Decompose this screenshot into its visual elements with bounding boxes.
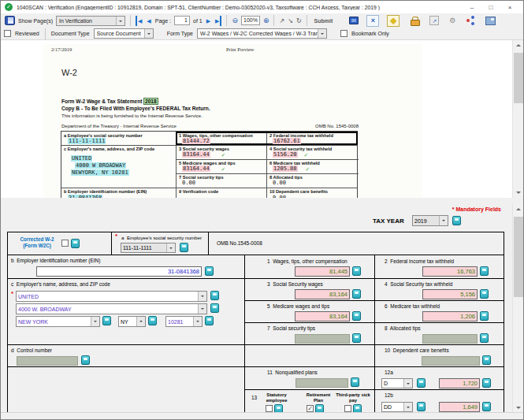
calculator-icon[interactable] (210, 303, 219, 313)
preview-scrollbar[interactable] (512, 40, 523, 198)
calculator-icon[interactable] (148, 316, 157, 325)
calculator-icon[interactable] (480, 333, 489, 343)
ssn-select[interactable]: 111-11-1111 (121, 243, 176, 253)
box4-label: 4 Social Security tax withheld (385, 281, 452, 287)
box5-input[interactable]: 83,164 (295, 311, 350, 322)
first-page-button[interactable]: ◀ (136, 16, 143, 26)
calculator-icon[interactable] (482, 378, 491, 388)
prev-page-button[interactable]: ◀ (146, 16, 151, 26)
calculator-icon[interactable] (482, 355, 491, 365)
box8-input[interactable] (422, 334, 478, 344)
diamond-tool-button[interactable]: ◆ (387, 15, 400, 27)
calculator-icon[interactable] (352, 333, 361, 343)
scroll-down-icon[interactable] (513, 187, 523, 198)
lock-icon[interactable] (410, 16, 419, 25)
box1-input[interactable]: 81,445 (295, 266, 350, 277)
calculator-icon[interactable] (480, 311, 489, 321)
export-icon[interactable]: ↗ (429, 16, 439, 25)
blank-cell (245, 345, 375, 367)
divider (226, 15, 227, 26)
scroll-down-icon[interactable] (513, 402, 524, 413)
page-input[interactable]: 1 (174, 16, 190, 25)
employer-zip-select[interactable]: 10281 (165, 316, 203, 327)
bookmark-only-checkbox[interactable] (340, 30, 347, 37)
box12b-code-select[interactable]: DD (381, 402, 413, 412)
gear-icon[interactable]: ⚙ (449, 16, 455, 25)
calculator-icon[interactable] (480, 289, 489, 299)
document-preview-pane: 2/17/2019 Print Preview W-2 Form W-2 Wag… (1, 40, 523, 198)
retirement-plan-checkbox[interactable]: ✓ (307, 405, 314, 412)
employer-name-select[interactable]: UNITED (16, 291, 207, 302)
scrollbar-thumb[interactable] (514, 217, 523, 297)
calculator-icon[interactable] (205, 266, 214, 276)
calculator-icon[interactable] (482, 402, 491, 411)
employer-city-select[interactable]: NEW YORK (16, 316, 100, 327)
third-party-sick-pay-checkbox[interactable] (344, 405, 351, 412)
reviewed-checkbox[interactable] (4, 30, 11, 37)
scrollbar-thumb[interactable] (514, 53, 523, 103)
submit-button[interactable]: Submit (312, 18, 336, 24)
doc-omb: OMB No. 1545-0008 (315, 124, 359, 128)
box6-input[interactable]: 1,206 (422, 311, 478, 322)
image-icon[interactable] (485, 17, 496, 25)
doc-box10-value: 0.00 (273, 195, 286, 198)
minimize-button[interactable]: – (463, 4, 481, 11)
scroll-up-icon[interactable] (513, 40, 523, 51)
box3-label: 3 Social Security wages (267, 281, 323, 287)
verified-check-icon: ✓ (306, 165, 310, 173)
calculator-icon[interactable] (352, 311, 361, 321)
ein-input[interactable]: 31-0841368 (36, 266, 202, 277)
box12a-code-select[interactable]: D (381, 378, 413, 388)
box2-input[interactable]: 16,763 (422, 266, 478, 277)
calculator-icon[interactable] (180, 243, 188, 252)
document-type-select[interactable]: Source Document (94, 28, 154, 39)
maximize-button[interactable]: □ (481, 4, 500, 11)
calculator-icon[interactable] (71, 239, 80, 248)
corrected-w2-checkbox[interactable] (61, 240, 69, 247)
monitor-icon[interactable] (349, 17, 359, 24)
box11-input[interactable] (295, 378, 348, 388)
box10-input[interactable] (422, 356, 480, 366)
share-icon[interactable] (466, 16, 475, 25)
employer-state-select[interactable]: NY (118, 316, 146, 327)
scroll-up-icon[interactable] (513, 204, 524, 215)
box12a-input[interactable]: 1,720 (439, 378, 480, 388)
annotate-arrow-icon[interactable]: ↘ (288, 17, 293, 24)
control-number-input[interactable] (17, 356, 78, 366)
form-type-select[interactable]: W-2 Wages / W-2C Corrected Wages / W-3 T… (197, 28, 327, 39)
last-page-button[interactable]: ▶ (214, 16, 221, 26)
calculator-icon[interactable] (452, 216, 461, 225)
calculator-icon[interactable] (480, 266, 489, 276)
employer-street-select[interactable]: 4000 W. BROADWAY (16, 303, 207, 314)
annotate-line-icon[interactable]: ↗ (279, 17, 284, 24)
next-page-button[interactable]: ▶ (206, 16, 211, 26)
statutory-employee-checkbox[interactable] (266, 405, 273, 412)
calculator-icon[interactable] (351, 377, 359, 387)
box3-input[interactable]: 83,164 (295, 289, 350, 299)
ein-cell: b Employer identification number (EIN) 3… (8, 255, 245, 279)
rotate-icon[interactable]: ↻ (296, 17, 302, 24)
calculator-icon[interactable] (81, 355, 90, 365)
box7-input[interactable] (295, 334, 350, 344)
reviewed-label: Reviewed (15, 31, 39, 36)
zoom-input[interactable]: 100% (241, 16, 260, 25)
verified-check-icon: ✓ (221, 165, 225, 173)
calculator-icon[interactable] (205, 316, 214, 325)
calculator-icon[interactable] (352, 289, 361, 299)
form-scrollbar[interactable] (512, 204, 523, 413)
calculator-icon[interactable] (417, 402, 426, 411)
view-mode-select[interactable]: In Verification (56, 16, 125, 26)
calculator-icon[interactable] (417, 378, 426, 388)
box4-input[interactable]: 5,156 (422, 289, 478, 299)
calculator-icon[interactable] (210, 291, 219, 300)
doc-tax-year-highlight: 2018 (143, 98, 158, 105)
box12b-input[interactable]: 1,649 (439, 402, 480, 412)
close-button[interactable]: × (500, 4, 519, 11)
delete-page-button[interactable]: × (366, 15, 379, 27)
tax-year-select[interactable]: 2019 (412, 215, 448, 226)
calculator-icon[interactable] (102, 316, 111, 325)
zoom-out-icon[interactable]: ⊖ (232, 16, 238, 26)
zoom-in-icon[interactable]: ⊕ (263, 16, 269, 26)
calculator-icon[interactable] (352, 266, 361, 276)
save-icon[interactable] (5, 16, 15, 25)
